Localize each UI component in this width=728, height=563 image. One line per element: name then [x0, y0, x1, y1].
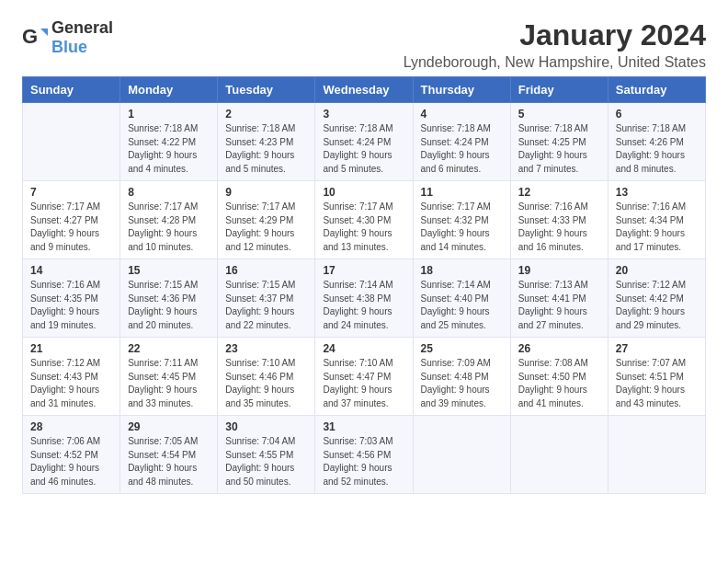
col-saturday: Saturday — [608, 77, 705, 103]
day-cell — [510, 416, 608, 494]
header: G General Blue January 2024 Lyndeborough… — [22, 18, 706, 71]
day-number: 28 — [30, 420, 112, 433]
col-tuesday: Tuesday — [218, 77, 315, 103]
day-cell: 4Sunrise: 7:18 AMSunset: 4:24 PMDaylight… — [413, 103, 510, 181]
week-row-0: 1Sunrise: 7:18 AMSunset: 4:22 PMDaylight… — [23, 103, 706, 181]
day-info: Sunrise: 7:15 AMSunset: 4:36 PMDaylight:… — [128, 279, 210, 332]
day-info: Sunrise: 7:10 AMSunset: 4:46 PMDaylight:… — [225, 357, 307, 410]
day-number: 27 — [616, 342, 698, 355]
day-info: Sunrise: 7:18 AMSunset: 4:22 PMDaylight:… — [128, 122, 210, 176]
day-cell: 12Sunrise: 7:16 AMSunset: 4:33 PMDayligh… — [510, 181, 608, 259]
day-info: Sunrise: 7:18 AMSunset: 4:23 PMDaylight:… — [225, 122, 307, 176]
day-info: Sunrise: 7:05 AMSunset: 4:54 PMDaylight:… — [128, 435, 210, 488]
day-info: Sunrise: 7:12 AMSunset: 4:42 PMDaylight:… — [616, 279, 698, 332]
col-monday: Monday — [120, 77, 218, 103]
day-info: Sunrise: 7:17 AMSunset: 4:28 PMDaylight:… — [128, 201, 210, 254]
day-number: 31 — [323, 420, 404, 433]
day-info: Sunrise: 7:17 AMSunset: 4:27 PMDaylight:… — [30, 201, 112, 254]
day-cell: 2Sunrise: 7:18 AMSunset: 4:23 PMDaylight… — [218, 103, 315, 181]
day-cell: 24Sunrise: 7:10 AMSunset: 4:47 PMDayligh… — [315, 338, 413, 416]
week-row-1: 7Sunrise: 7:17 AMSunset: 4:27 PMDaylight… — [23, 181, 706, 259]
week-row-4: 28Sunrise: 7:06 AMSunset: 4:52 PMDayligh… — [23, 416, 706, 494]
day-number: 30 — [225, 420, 307, 433]
logo-icon: G — [22, 25, 48, 51]
day-info: Sunrise: 7:12 AMSunset: 4:43 PMDaylight:… — [30, 357, 112, 410]
day-number: 10 — [323, 186, 404, 199]
day-number: 19 — [518, 264, 600, 277]
day-cell: 14Sunrise: 7:16 AMSunset: 4:35 PMDayligh… — [23, 259, 120, 338]
title-block: January 2024 Lyndeborough, New Hampshire… — [404, 18, 706, 71]
col-thursday: Thursday — [413, 77, 510, 103]
day-cell — [608, 416, 705, 494]
day-info: Sunrise: 7:17 AMSunset: 4:30 PMDaylight:… — [323, 201, 404, 254]
day-number: 24 — [323, 342, 404, 355]
day-cell: 20Sunrise: 7:12 AMSunset: 4:42 PMDayligh… — [608, 259, 705, 338]
day-cell: 10Sunrise: 7:17 AMSunset: 4:30 PMDayligh… — [315, 181, 413, 259]
day-cell: 5Sunrise: 7:18 AMSunset: 4:25 PMDaylight… — [510, 103, 608, 181]
day-cell — [23, 103, 120, 181]
day-number: 15 — [128, 264, 210, 277]
header-row: Sunday Monday Tuesday Wednesday Thursday… — [23, 77, 706, 103]
day-info: Sunrise: 7:17 AMSunset: 4:32 PMDaylight:… — [421, 201, 503, 254]
day-cell: 21Sunrise: 7:12 AMSunset: 4:43 PMDayligh… — [23, 338, 120, 416]
day-number: 4 — [421, 108, 503, 121]
col-sunday: Sunday — [23, 77, 120, 103]
day-cell: 17Sunrise: 7:14 AMSunset: 4:38 PMDayligh… — [315, 259, 413, 338]
day-number: 22 — [128, 342, 210, 355]
day-cell: 11Sunrise: 7:17 AMSunset: 4:32 PMDayligh… — [413, 181, 510, 259]
day-number: 6 — [616, 108, 698, 121]
day-number: 29 — [128, 420, 210, 433]
day-cell: 26Sunrise: 7:08 AMSunset: 4:50 PMDayligh… — [510, 338, 608, 416]
day-info: Sunrise: 7:08 AMSunset: 4:50 PMDaylight:… — [518, 357, 600, 410]
col-friday: Friday — [510, 77, 608, 103]
day-cell: 8Sunrise: 7:17 AMSunset: 4:28 PMDaylight… — [120, 181, 218, 259]
day-cell: 6Sunrise: 7:18 AMSunset: 4:26 PMDaylight… — [608, 103, 705, 181]
day-number: 23 — [225, 342, 307, 355]
day-info: Sunrise: 7:09 AMSunset: 4:48 PMDaylight:… — [421, 357, 503, 410]
day-info: Sunrise: 7:16 AMSunset: 4:34 PMDaylight:… — [616, 201, 698, 254]
day-number: 16 — [225, 264, 307, 277]
day-info: Sunrise: 7:17 AMSunset: 4:29 PMDaylight:… — [225, 201, 307, 254]
week-row-3: 21Sunrise: 7:12 AMSunset: 4:43 PMDayligh… — [23, 338, 706, 416]
day-cell: 16Sunrise: 7:15 AMSunset: 4:37 PMDayligh… — [218, 259, 315, 338]
day-info: Sunrise: 7:18 AMSunset: 4:25 PMDaylight:… — [518, 122, 600, 176]
subtitle: Lyndeborough, New Hampshire, United Stat… — [404, 54, 706, 71]
day-cell: 23Sunrise: 7:10 AMSunset: 4:46 PMDayligh… — [218, 338, 315, 416]
svg-text:G: G — [22, 25, 38, 48]
logo-general: General — [51, 18, 113, 37]
day-info: Sunrise: 7:06 AMSunset: 4:52 PMDaylight:… — [30, 435, 112, 488]
day-info: Sunrise: 7:10 AMSunset: 4:47 PMDaylight:… — [323, 357, 404, 410]
day-number: 18 — [421, 264, 503, 277]
day-cell: 1Sunrise: 7:18 AMSunset: 4:22 PMDaylight… — [120, 103, 218, 181]
day-number: 20 — [616, 264, 698, 277]
day-cell: 3Sunrise: 7:18 AMSunset: 4:24 PMDaylight… — [315, 103, 413, 181]
day-cell: 19Sunrise: 7:13 AMSunset: 4:41 PMDayligh… — [510, 259, 608, 338]
logo-blue: Blue — [51, 38, 87, 56]
day-cell: 9Sunrise: 7:17 AMSunset: 4:29 PMDaylight… — [218, 181, 315, 259]
calendar-table: Sunday Monday Tuesday Wednesday Thursday… — [22, 76, 706, 494]
day-number: 17 — [323, 264, 404, 277]
day-number: 11 — [421, 186, 503, 199]
col-wednesday: Wednesday — [315, 77, 413, 103]
page: G General Blue January 2024 Lyndeborough… — [0, 0, 728, 509]
calendar-body: 1Sunrise: 7:18 AMSunset: 4:22 PMDaylight… — [23, 103, 706, 494]
day-number: 8 — [128, 186, 210, 199]
logo: G General Blue — [22, 18, 113, 57]
day-info: Sunrise: 7:07 AMSunset: 4:51 PMDaylight:… — [616, 357, 698, 410]
main-title: January 2024 — [404, 18, 706, 52]
day-cell: 7Sunrise: 7:17 AMSunset: 4:27 PMDaylight… — [23, 181, 120, 259]
day-info: Sunrise: 7:16 AMSunset: 4:35 PMDaylight:… — [30, 279, 112, 332]
day-number: 25 — [421, 342, 503, 355]
day-info: Sunrise: 7:04 AMSunset: 4:55 PMDaylight:… — [225, 435, 307, 488]
day-info: Sunrise: 7:11 AMSunset: 4:45 PMDaylight:… — [128, 357, 210, 410]
day-info: Sunrise: 7:15 AMSunset: 4:37 PMDaylight:… — [225, 279, 307, 332]
svg-marker-1 — [40, 29, 48, 36]
day-cell: 15Sunrise: 7:15 AMSunset: 4:36 PMDayligh… — [120, 259, 218, 338]
day-cell: 28Sunrise: 7:06 AMSunset: 4:52 PMDayligh… — [23, 416, 120, 494]
day-cell: 31Sunrise: 7:03 AMSunset: 4:56 PMDayligh… — [315, 416, 413, 494]
day-info: Sunrise: 7:13 AMSunset: 4:41 PMDaylight:… — [518, 279, 600, 332]
day-cell: 27Sunrise: 7:07 AMSunset: 4:51 PMDayligh… — [608, 338, 705, 416]
day-cell: 22Sunrise: 7:11 AMSunset: 4:45 PMDayligh… — [120, 338, 218, 416]
day-number: 14 — [30, 264, 112, 277]
day-info: Sunrise: 7:14 AMSunset: 4:40 PMDaylight:… — [421, 279, 503, 332]
